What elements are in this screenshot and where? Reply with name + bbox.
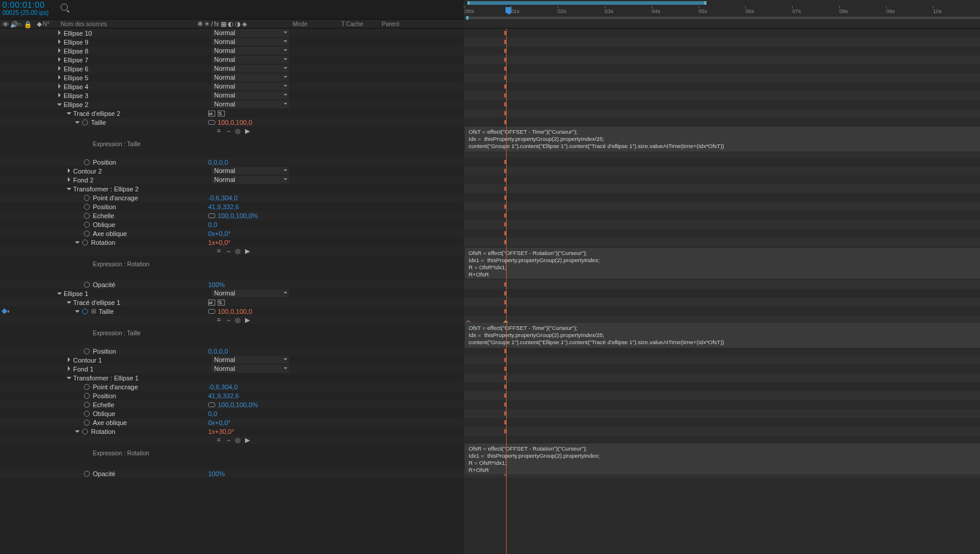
group-trace-ellipse-2[interactable]: Tracé d'ellipse 2 (73, 110, 120, 117)
expr-graph-icon[interactable]: ⌢ (225, 316, 232, 323)
twirl-icon[interactable] (57, 30, 62, 36)
property-position[interactable]: Position (93, 159, 116, 166)
value-position-shape-e1[interactable]: 0,0,0,0 (208, 348, 228, 355)
separate-dimensions-icon[interactable]: ⊞ (91, 307, 96, 315)
expr-pickwhip-icon[interactable]: ◎ (234, 316, 241, 323)
blend-mode-dropdown[interactable]: Normal (212, 47, 289, 55)
stopwatch-icon[interactable] (83, 212, 90, 219)
expr-pickwhip-icon[interactable]: ◎ (234, 127, 241, 134)
property-anchor[interactable]: Point d'ancrage (93, 194, 138, 202)
lock-icon[interactable]: 🔒 (24, 21, 30, 27)
layer-ellipse-2[interactable]: Ellipse 2 (64, 101, 89, 108)
layer-ellipse-8[interactable]: Ellipse 8 (64, 48, 89, 55)
twirl-icon[interactable] (67, 300, 72, 305)
value-position-shape-e2[interactable]: 0,0,0,0 (208, 159, 228, 166)
blend-mode-dropdown[interactable]: Normal (212, 65, 289, 73)
twirl-icon[interactable] (67, 177, 72, 182)
twirl-icon[interactable] (57, 48, 62, 53)
layer-ellipse-7[interactable]: Ellipse 7 (64, 56, 89, 64)
property-oblique[interactable]: Oblique (93, 410, 115, 417)
property-axe-oblique[interactable]: Axe oblique (93, 230, 127, 237)
property-taille[interactable]: Taille (91, 119, 106, 126)
expr-graph-icon[interactable]: ⌢ (225, 436, 232, 443)
expr-pickwhip-icon[interactable]: ◎ (234, 436, 241, 443)
value-axe-e1[interactable]: 0x+0,0° (208, 419, 231, 426)
blend-mode-dropdown[interactable]: Normal (212, 92, 289, 99)
playhead-line[interactable] (506, 29, 507, 554)
property-echelle[interactable]: Echelle (93, 212, 114, 219)
expr-equals-icon[interactable]: = (215, 316, 222, 323)
column-number[interactable]: N° (43, 21, 49, 27)
stopwatch-icon[interactable] (83, 159, 90, 166)
twirl-icon[interactable] (57, 57, 62, 62)
twirl-icon[interactable] (57, 75, 62, 80)
column-t[interactable]: T (341, 21, 345, 27)
timeline-ruler[interactable]: :00s 01s 02s 03s 04s 05s 06s 07s 08s 09s… (464, 0, 980, 29)
constrain-link-icon[interactable] (208, 120, 215, 125)
property-opacite[interactable]: Opacité (93, 470, 115, 477)
stopwatch-icon[interactable] (81, 428, 89, 435)
layer-ellipse-3[interactable]: Ellipse 3 (64, 92, 89, 99)
value-rotation-e1[interactable]: 1x+30,0° (208, 428, 234, 435)
value-taille-e1[interactable]: 100,0,100,0 (218, 308, 252, 315)
group-trace-ellipse-1[interactable]: Tracé d'ellipse 1 (73, 299, 120, 306)
value-echelle-e1[interactable]: 100,0,100,0% (218, 401, 258, 408)
group-transformer-e2[interactable]: Transformer : Ellipse 2 (73, 185, 139, 193)
value-opacite-e2[interactable]: 100% (208, 281, 225, 288)
property-anchor[interactable]: Point d'ancrage (93, 383, 138, 391)
value-position-e1[interactable]: 41,9,332,6 (208, 392, 239, 399)
expr-language-icon[interactable]: ▶ (244, 127, 251, 134)
stopwatch-icon[interactable] (83, 348, 90, 355)
blend-mode-dropdown[interactable]: Normal (212, 289, 289, 297)
value-anchor-e1[interactable]: -0,6,304,0 (208, 383, 238, 391)
group-contour-2[interactable]: Contour 2 (73, 168, 102, 175)
twirl-icon[interactable] (67, 186, 72, 191)
twirl-icon[interactable] (67, 357, 72, 363)
value-echelle-e2[interactable]: 100,0,100,0% (218, 212, 258, 219)
stopwatch-icon[interactable] (81, 308, 89, 315)
layer-ellipse-5[interactable]: Ellipse 5 (64, 74, 89, 81)
twirl-icon[interactable] (57, 102, 62, 107)
blend-mode-dropdown[interactable]: Normal (212, 167, 289, 175)
layer-ellipse-9[interactable]: Ellipse 9 (64, 39, 89, 46)
twirl-icon[interactable] (57, 39, 62, 45)
quality-icon[interactable]: / (211, 20, 213, 28)
expr-equals-icon[interactable]: = (215, 436, 222, 443)
expr-pickwhip-icon[interactable]: ◎ (234, 247, 241, 254)
audio-icon[interactable]: 🔊 (10, 21, 16, 27)
expr-equals-icon[interactable]: = (215, 127, 222, 134)
stopwatch-icon[interactable] (81, 119, 89, 126)
shy-icon[interactable]: ✻ (197, 20, 203, 28)
property-position[interactable]: Position (93, 348, 116, 355)
property-position[interactable]: Position (93, 203, 116, 210)
twirl-icon[interactable] (75, 119, 80, 125)
twirl-icon[interactable] (57, 66, 62, 71)
blend-mode-dropdown[interactable]: Normal (212, 176, 289, 184)
property-axe-oblique[interactable]: Axe oblique (93, 419, 127, 426)
stopwatch-icon[interactable] (83, 281, 90, 288)
expression-field-taille-e2[interactable]: OfsT = effect("OFFSET - Time")("Curseur"… (465, 127, 980, 152)
constrain-link-icon[interactable] (208, 309, 215, 314)
value-oblique-e2[interactable]: 0,0 (208, 221, 217, 228)
label-color-icon[interactable]: ◆ (37, 20, 42, 28)
value-anchor-e2[interactable]: -0,6,304,0 (208, 194, 238, 202)
frameblend-col-icon[interactable]: ▦ (221, 20, 227, 28)
group-fond-2[interactable]: Fond 2 (73, 177, 93, 184)
property-taille[interactable]: Taille (99, 308, 114, 315)
blend-mode-dropdown[interactable]: Normal (212, 74, 289, 81)
blend-mode-dropdown[interactable]: Normal (212, 38, 289, 46)
stopwatch-icon[interactable] (83, 194, 90, 202)
keyframe-navigator[interactable] (2, 309, 11, 313)
expr-language-icon[interactable]: ▶ (244, 247, 251, 254)
twirl-icon[interactable] (57, 93, 62, 98)
property-echelle[interactable]: Echelle (93, 401, 114, 408)
stopwatch-icon[interactable] (83, 470, 90, 477)
shape-direction-icons[interactable]: ⇄⇅ (208, 111, 225, 117)
column-cache[interactable]: Cache (346, 21, 363, 27)
expr-graph-icon[interactable]: ⌢ (225, 127, 232, 134)
motionblur-col-icon[interactable]: ◐ (228, 20, 234, 28)
stopwatch-icon[interactable] (83, 392, 90, 399)
stopwatch-icon[interactable] (83, 221, 90, 228)
stopwatch-icon[interactable] (83, 419, 90, 426)
twirl-icon[interactable] (75, 309, 80, 314)
